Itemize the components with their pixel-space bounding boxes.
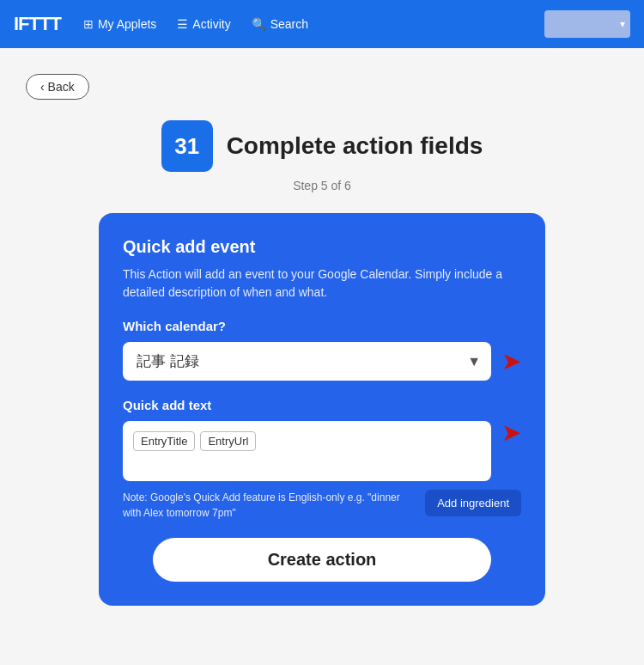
- page-content: ‹ Back 31 Complete action fields Step 5 …: [0, 48, 644, 640]
- quick-add-text-wrapper: EntryTitle EntryUrl: [123, 421, 491, 481]
- card-title: Quick add event: [123, 237, 521, 257]
- calendar-select[interactable]: 記事 記録: [123, 342, 491, 381]
- activity-icon: ☰: [177, 17, 188, 31]
- calendar-arrow-icon: ➤: [501, 350, 521, 374]
- ingredient-tag-entry-title[interactable]: EntryTitle: [133, 431, 195, 451]
- step-label: Step 5 of 6: [293, 179, 351, 192]
- service-icon: 31: [161, 120, 213, 172]
- applets-icon: ⊞: [83, 17, 94, 31]
- logo[interactable]: IFTTT: [14, 13, 61, 35]
- nav-search[interactable]: 🔍 Search: [243, 12, 317, 36]
- nav-activity[interactable]: ☰ Activity: [168, 12, 239, 36]
- calendar-field-section: Which calendar? 記事 記録 ▼ ➤: [123, 319, 521, 381]
- card-description: This Action will add an event to your Go…: [123, 265, 521, 302]
- calendar-label: Which calendar?: [123, 319, 521, 333]
- note-text: Note: Google's Quick Add feature is Engl…: [123, 490, 411, 521]
- create-action-button[interactable]: Create action: [153, 538, 491, 582]
- page-header: 31 Complete action fields Step 5 of 6: [161, 120, 483, 192]
- quick-add-text-input[interactable]: EntryTitle EntryUrl: [123, 421, 491, 481]
- search-icon: 🔍: [252, 17, 266, 31]
- add-ingredient-button[interactable]: Add ingredient: [425, 490, 521, 516]
- action-card: Quick add event This Action will add an …: [99, 213, 545, 606]
- ingredient-tag-entry-url[interactable]: EntryUrl: [200, 431, 256, 451]
- calendar-dropdown-wrapper: 記事 記録 ▼: [123, 342, 491, 381]
- avatar-chevron-icon: ▾: [620, 18, 625, 30]
- user-avatar[interactable]: ▾: [544, 10, 630, 38]
- calendar-dropdown-row: 記事 記録 ▼ ➤: [123, 342, 521, 381]
- quick-add-text-row: EntryTitle EntryUrl ➤: [123, 421, 521, 481]
- back-button[interactable]: ‹ Back: [26, 74, 89, 100]
- add-btn-note-row: Note: Google's Quick Add feature is Engl…: [123, 490, 521, 521]
- quick-add-label: Quick add text: [123, 398, 521, 412]
- quick-add-field-section: Quick add text EntryTitle EntryUrl ➤ Not…: [123, 398, 521, 521]
- navbar: IFTTT ⊞ My Applets ☰ Activity 🔍 Search ▾: [0, 0, 644, 48]
- page-title: Complete action fields: [227, 132, 483, 160]
- nav-my-applets[interactable]: ⊞ My Applets: [75, 12, 165, 36]
- quick-add-arrow-icon: ➤: [501, 421, 521, 445]
